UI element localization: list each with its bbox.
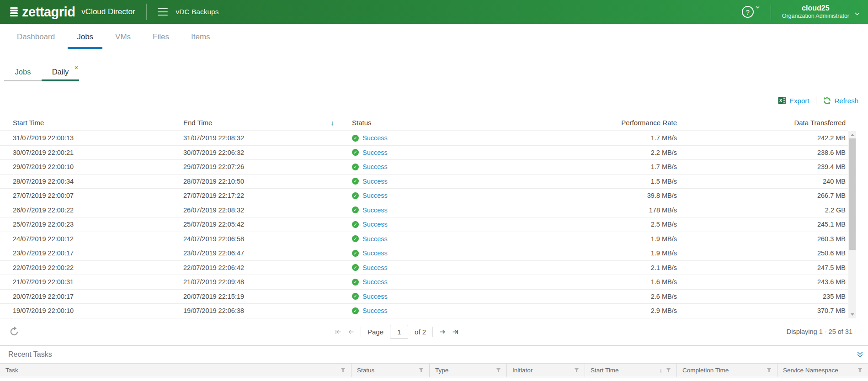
filter-icon[interactable] xyxy=(574,368,579,372)
data-transferred-cell: 370.7 MB xyxy=(677,307,848,314)
end-time-cell: 26/07/2019 22:08:32 xyxy=(183,206,341,214)
first-page-button xyxy=(335,329,341,335)
filter-icon[interactable] xyxy=(767,368,772,372)
data-transferred-cell: 235 MB xyxy=(677,293,848,300)
refresh-button[interactable]: Refresh xyxy=(823,97,858,105)
status-link[interactable]: Success xyxy=(362,178,388,185)
status-link[interactable]: Success xyxy=(362,221,388,228)
double-chevron-down-icon[interactable] xyxy=(857,351,863,358)
user-menu[interactable]: cloud25 Organization Administrator xyxy=(782,4,849,20)
column-header-data-transferred[interactable]: Data Transferred xyxy=(677,119,848,127)
close-tab-icon[interactable]: × xyxy=(75,64,78,71)
table-row: 24/07/2019 22:00:12 24/07/2019 22:06:58 … xyxy=(0,232,848,247)
end-time-cell: 20/07/2019 22:15:19 xyxy=(183,293,341,300)
nav-tab-vms[interactable]: VMs xyxy=(106,24,140,50)
column-header-status[interactable]: Status xyxy=(341,119,583,127)
user-role: Organization Administrator xyxy=(782,13,849,20)
table-row: 31/07/2019 22:00:13 31/07/2019 22:08:32 … xyxy=(0,131,848,146)
filter-icon[interactable] xyxy=(857,368,863,372)
nav-tab-files[interactable]: Files xyxy=(144,24,178,50)
page-input[interactable] xyxy=(390,325,408,339)
nav-tab-label: Files xyxy=(153,32,169,42)
data-transferred-cell: 2.2 GB xyxy=(677,206,848,214)
help-button[interactable]: ? xyxy=(742,6,760,18)
performance-rate-cell: 1.5 MB/s xyxy=(583,178,677,185)
task-column-status[interactable]: Status xyxy=(351,364,429,377)
task-column-initiator[interactable]: Initiator xyxy=(506,364,585,377)
status-cell: ✓ Success xyxy=(341,307,583,314)
scroll-up-button[interactable] xyxy=(848,131,856,138)
end-time-cell: 28/07/2019 22:10:50 xyxy=(183,178,341,185)
scroll-down-button[interactable] xyxy=(848,311,856,318)
task-column-completion-time[interactable]: Completion Time xyxy=(676,364,777,377)
data-transferred-cell: 250.6 MB xyxy=(677,249,848,257)
start-time-cell: 26/07/2019 22:00:22 xyxy=(13,206,183,214)
status-link[interactable]: Success xyxy=(362,278,388,286)
success-icon: ✓ xyxy=(352,307,359,314)
nav-tab-dashboard[interactable]: Dashboard xyxy=(8,24,64,50)
filter-icon[interactable] xyxy=(341,368,346,372)
column-header-end-time[interactable]: End Time ↓ xyxy=(183,119,341,127)
data-transferred-cell: 245.1 MB xyxy=(677,221,848,228)
subtab-jobs[interactable]: Jobs xyxy=(4,65,42,81)
start-time-cell: 29/07/2019 22:00:10 xyxy=(13,163,183,170)
task-column-label: Completion Time xyxy=(682,367,729,374)
status-cell: ✓ Success xyxy=(341,192,583,199)
success-icon: ✓ xyxy=(352,221,359,228)
user-name: cloud25 xyxy=(782,4,849,13)
status-link[interactable]: Success xyxy=(362,249,388,257)
task-column-task[interactable]: Task xyxy=(0,364,351,377)
task-column-service-namespace[interactable]: Service Namespace xyxy=(777,364,868,377)
end-time-cell: 30/07/2019 22:06:32 xyxy=(183,149,341,156)
data-transferred-cell: 240 MB xyxy=(677,178,848,185)
status-link[interactable]: Success xyxy=(362,134,388,142)
filter-icon[interactable] xyxy=(496,368,501,372)
column-header-start-time[interactable]: Start Time xyxy=(13,119,183,127)
subtab-daily[interactable]: Daily × xyxy=(42,65,79,81)
success-icon: ✓ xyxy=(352,192,359,199)
performance-rate-cell: 1.6 MB/s xyxy=(583,278,677,286)
status-link[interactable]: Success xyxy=(362,149,388,156)
column-header-performance-rate[interactable]: Performance Rate xyxy=(583,119,677,127)
filter-icon[interactable] xyxy=(666,368,671,372)
nav-tab-items[interactable]: Items xyxy=(182,24,219,50)
table-row: 19/07/2019 22:00:10 19/07/2019 22:06:38 … xyxy=(0,304,848,318)
end-time-cell: 19/07/2019 22:06:38 xyxy=(183,307,341,314)
nav-tab-jobs[interactable]: Jobs xyxy=(68,24,102,50)
status-link[interactable]: Success xyxy=(362,264,388,271)
pagination-divider xyxy=(361,327,361,337)
last-page-button[interactable] xyxy=(452,329,458,335)
filter-icon[interactable] xyxy=(419,368,424,372)
task-column-start-time[interactable]: Start Time ↓ xyxy=(585,364,676,377)
scroll-thumb[interactable] xyxy=(849,138,856,250)
status-link[interactable]: Success xyxy=(362,163,388,170)
page-count-label: of 2 xyxy=(415,328,426,336)
performance-rate-cell: 2.6 MB/s xyxy=(583,293,677,300)
recent-tasks-section: Recent Tasks Task Status xyxy=(0,346,868,377)
reload-button[interactable] xyxy=(9,327,19,337)
zettagrid-logo: zettagrid xyxy=(10,5,75,19)
status-link[interactable]: Success xyxy=(362,192,388,199)
subtab-bar: Jobs Daily × xyxy=(0,65,868,81)
next-page-button[interactable] xyxy=(439,329,446,335)
start-time-cell: 19/07/2019 22:00:10 xyxy=(13,307,183,314)
menu-icon[interactable] xyxy=(158,8,168,16)
status-link[interactable]: Success xyxy=(362,235,388,243)
export-button[interactable]: X Export xyxy=(778,96,809,105)
chevron-down-icon[interactable] xyxy=(855,12,860,16)
app-header: zettagrid vCloud Director vDC Backups ? … xyxy=(0,0,868,24)
status-link[interactable]: Success xyxy=(362,307,388,314)
start-time-cell: 27/07/2019 22:00:07 xyxy=(13,192,183,199)
table-row: 28/07/2019 22:00:34 28/07/2019 22:10:50 … xyxy=(0,175,848,189)
vertical-scrollbar[interactable] xyxy=(848,131,856,318)
performance-rate-cell: 178 MB/s xyxy=(583,206,677,214)
start-time-cell: 23/07/2019 22:00:17 xyxy=(13,249,183,257)
status-link[interactable]: Success xyxy=(362,293,388,300)
status-cell: ✓ Success xyxy=(341,235,583,243)
data-transferred-cell: 266.7 MB xyxy=(677,192,848,199)
status-link[interactable]: Success xyxy=(362,206,388,214)
table-row: 20/07/2019 22:00:17 20/07/2019 22:15:19 … xyxy=(0,290,848,304)
end-time-cell: 21/07/2019 22:09:48 xyxy=(183,278,341,286)
table-toolbar: X Export Refresh xyxy=(0,95,858,106)
task-column-type[interactable]: Type xyxy=(429,364,506,377)
